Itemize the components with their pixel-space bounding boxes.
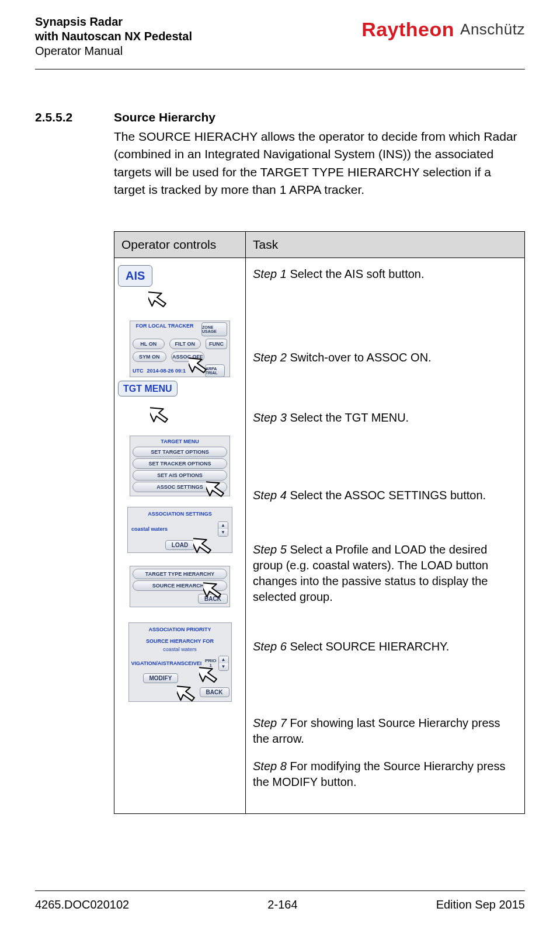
- tracker-panel: FOR LOCAL TRACKER ZONE USAGE HL ON FILT …: [130, 321, 230, 377]
- header-title-block: Synapsis Radar with Nautoscan NX Pedesta…: [35, 15, 192, 58]
- hl-on-button[interactable]: HL ON: [133, 339, 165, 349]
- brand-raytheon: Raytheon: [361, 18, 454, 41]
- target-menu-title: TARGET MENU: [130, 437, 229, 446]
- step-3: Step 3 Select the TGT MENU.: [253, 410, 517, 426]
- func-button[interactable]: FUNC: [206, 339, 227, 349]
- vigation-label: VIGATION/AISTRANSCEIVEI: [131, 660, 203, 666]
- source-hierarchy-for-label: SOURCE HIERARCHY FOR: [129, 637, 231, 645]
- pointer-arrow-icon: [150, 403, 173, 432]
- brand-block: Raytheon Anschütz: [361, 15, 525, 41]
- header-divider: [35, 69, 525, 69]
- utc-date: 2014-08-26 09:1: [144, 368, 186, 374]
- footer-doc: 4265.DOC020102: [35, 898, 129, 911]
- procedure-table: Operator controls Task AIS: [114, 231, 525, 814]
- association-priority-panel: ASSOCIATION PRIORITY SOURCE HIERARCHY FO…: [128, 622, 232, 702]
- zone-usage-button[interactable]: ZONE USAGE: [201, 322, 227, 336]
- coastal-waters-label-2: coastal waters: [129, 645, 231, 653]
- step-4: Step 4 Select the ASSOC SETTINGS button.: [253, 488, 517, 503]
- footer-edition: Edition Sep 2015: [436, 898, 525, 911]
- pointer-arrow-icon: [199, 663, 222, 692]
- set-tracker-options-button[interactable]: SET TRACKER OPTIONS: [133, 458, 227, 469]
- pointer-arrow-icon: [203, 578, 227, 607]
- product-line1: Synapsis Radar: [35, 15, 192, 29]
- pointer-arrow-icon: [193, 534, 217, 563]
- footer-page: 2-164: [267, 898, 297, 911]
- coastal-waters-label: coastal waters: [131, 526, 168, 532]
- pointer-arrow-icon: [206, 477, 229, 506]
- association-settings-panel: ASSOCIATION SETTINGS coastal waters ▲▼ L…: [127, 507, 232, 553]
- manual-subtitle: Operator Manual: [35, 44, 192, 58]
- association-settings-title: ASSOCIATION SETTINGS: [130, 510, 229, 518]
- modify-button[interactable]: MODIFY: [143, 673, 179, 683]
- step-6: Step 6 Select SOURCE HIERARCHY.: [253, 639, 517, 655]
- target-menu-panel: TARGET MENU SET TARGET OPTIONS SET TRACK…: [130, 436, 230, 496]
- step-5: Step 5 Select a Profile and LOAD the des…: [253, 542, 517, 605]
- section-number: 2.5.5.2: [35, 110, 96, 124]
- page-header: Synapsis Radar with Nautoscan NX Pedesta…: [35, 15, 525, 58]
- step-2: Step 2 Switch-over to ASSOC ON.: [253, 350, 517, 366]
- section-body: The SOURCE HIERACHY allows the operator …: [114, 128, 525, 199]
- tgt-menu-button[interactable]: TGT MENU: [118, 381, 178, 397]
- step-7: Step 7 For showing last Source Hierarchy…: [253, 715, 517, 747]
- profile-spinner[interactable]: ▲▼: [218, 521, 228, 537]
- ais-soft-button[interactable]: AIS: [118, 265, 152, 287]
- step-1: Step 1 Select the AIS soft button.: [253, 266, 517, 282]
- filt-on-button[interactable]: FILT ON: [169, 339, 201, 349]
- pointer-arrow-icon: [189, 353, 212, 382]
- association-priority-title: ASSOCIATION PRIORITY: [129, 625, 231, 634]
- set-target-options-button[interactable]: SET TARGET OPTIONS: [133, 447, 227, 457]
- section-title: Source Hierarchy: [114, 110, 215, 124]
- hierarchy-tabs-panel: TARGET TYPE HIERARCHY SOURCE HIERARCHY B…: [130, 566, 230, 607]
- load-button[interactable]: LOAD: [165, 540, 194, 550]
- col-header-task: Task: [246, 231, 525, 258]
- page-footer: 4265.DOC020102 2-164 Edition Sep 2015: [35, 890, 525, 911]
- controls-cell: AIS FOR LOCAL TRACKER ZONE USAGE HL ON: [114, 258, 246, 813]
- task-cell: Step 1 Select the AIS soft button. Step …: [246, 258, 525, 813]
- step-8: Step 8 For modifying the Source Hierarch…: [253, 758, 517, 790]
- sym-on-button[interactable]: SYM ON: [133, 352, 166, 362]
- product-line2: with Nautoscan NX Pedestal: [35, 29, 192, 44]
- pointer-arrow-icon: [177, 681, 200, 711]
- brand-anschutz: Anschütz: [460, 20, 525, 39]
- utc-label: UTC: [133, 368, 144, 374]
- pointer-arrow-icon: [148, 287, 172, 316]
- local-tracker-label: FOR LOCAL TRACKER: [130, 321, 199, 337]
- col-header-controls: Operator controls: [114, 231, 246, 258]
